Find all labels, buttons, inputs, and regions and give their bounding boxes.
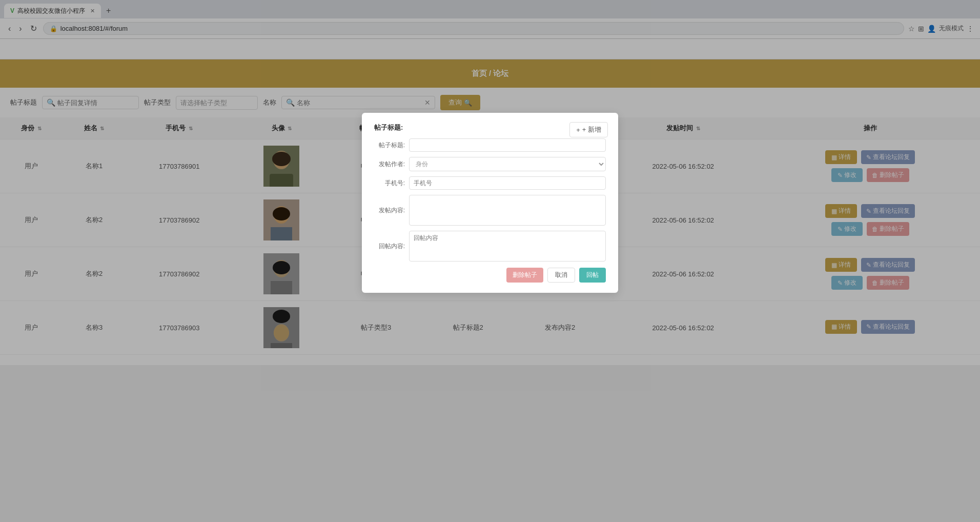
popup-title-label: 帖子标题: <box>374 123 403 132</box>
popup-reply-label: 回帖 <box>586 271 599 278</box>
popup-label-reply: 回帖内容: <box>374 242 405 251</box>
popup-add-btn[interactable]: + + 新增 <box>569 122 608 137</box>
popup-reply-textarea[interactable] <box>409 231 606 262</box>
popup-cancel-btn[interactable]: 取消 <box>547 268 575 283</box>
popup-form-row-content: 发帖内容: <box>374 195 606 226</box>
popup-add-icon: + <box>576 126 580 134</box>
popup-label-content: 发帖内容: <box>374 206 405 215</box>
popup-overlay: 帖子标题: + + 新增 帖子标题: 发帖作者: 身份 管理员 用户 手机号: … <box>0 0 980 365</box>
popup-label-phone: 手机号: <box>374 179 405 188</box>
popup-add-label: + 新增 <box>582 125 601 134</box>
popup-title-input[interactable] <box>409 138 606 152</box>
popup-delete-label: 删除帖子 <box>513 271 537 278</box>
popup-content-textarea[interactable] <box>409 195 606 226</box>
popup-label-author: 发帖作者: <box>374 160 405 169</box>
popup-cancel-label: 取消 <box>555 271 567 278</box>
popup-reply-btn[interactable]: 回帖 <box>579 268 606 283</box>
popup-form-row-phone: 手机号: <box>374 176 606 190</box>
popup-delete-btn[interactable]: 删除帖子 <box>506 268 543 283</box>
popup-form-row-reply: 回帖内容: <box>374 231 606 262</box>
popup-label-title: 帖子标题: <box>374 141 405 150</box>
popup-phone-input[interactable] <box>409 176 606 190</box>
popup-dialog: 帖子标题: + + 新增 帖子标题: 发帖作者: 身份 管理员 用户 手机号: … <box>362 113 618 293</box>
popup-author-select[interactable]: 身份 管理员 用户 <box>409 157 606 171</box>
popup-form-row-author: 发帖作者: 身份 管理员 用户 <box>374 157 606 171</box>
popup-bottom: 删除帖子 取消 回帖 <box>374 268 606 283</box>
popup-header: 帖子标题: + + 新增 <box>374 123 606 132</box>
popup-form-row-title: 帖子标题: <box>374 138 606 152</box>
